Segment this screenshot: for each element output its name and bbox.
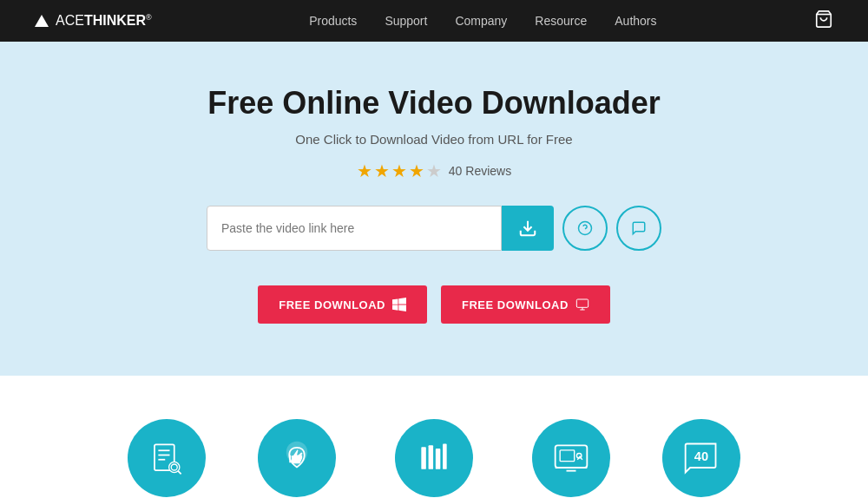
download-mac-label: FREE DOWNLOAD: [462, 298, 569, 311]
free-download-mac-button[interactable]: FREE DOWNLOAD: [441, 285, 610, 324]
nav-item-products[interactable]: Products: [309, 13, 357, 29]
brand-logo[interactable]: ACETHINKER®: [35, 13, 152, 29]
reviews-icon: 40: [662, 419, 740, 497]
brand-ace: ACE: [56, 13, 84, 28]
nav-link-support[interactable]: Support: [385, 14, 427, 28]
logo-triangle-icon: [35, 15, 49, 27]
svg-rect-21: [560, 450, 575, 462]
svg-rect-4: [576, 299, 588, 307]
screenshots-icon: [532, 419, 610, 497]
brand-trademark: ®: [146, 13, 152, 22]
nav-link-products[interactable]: Products: [309, 14, 357, 28]
star-2: ★: [374, 161, 390, 181]
free-download-windows-button[interactable]: FREE DOWNLOAD: [258, 285, 427, 324]
nav-link-company[interactable]: Company: [455, 14, 507, 28]
star-5: ★: [426, 161, 442, 181]
video-url-input[interactable]: [207, 206, 502, 251]
svg-rect-15: [429, 445, 434, 469]
download-buttons: FREE DOWNLOAD FREE DOWNLOAD: [17, 285, 851, 324]
features-icon: [258, 419, 336, 497]
svg-rect-14: [421, 447, 426, 469]
feature-knowledge-base[interactable]: Knowledge Base: [388, 419, 479, 498]
brand-thinker: THINKER: [84, 13, 146, 28]
question-circle-button[interactable]: [562, 206, 608, 251]
hero-subtitle: One Click to Download Video from URL for…: [17, 132, 851, 147]
chat-circle-button[interactable]: [616, 206, 661, 251]
svg-rect-16: [436, 449, 441, 469]
svg-line-13: [179, 471, 182, 475]
svg-text:40: 40: [694, 449, 707, 463]
star-rating: ★ ★ ★ ★ ★: [357, 161, 442, 181]
cart-icon[interactable]: [814, 10, 833, 33]
download-windows-label: FREE DOWNLOAD: [279, 298, 385, 311]
brand-name: ACETHINKER®: [56, 13, 152, 29]
review-count: 40 Reviews: [449, 164, 511, 178]
feature-reviews[interactable]: 40 Reviews: [662, 419, 740, 498]
feature-screenshots[interactable]: Screenshots: [532, 419, 610, 498]
star-1: ★: [357, 161, 372, 181]
nav-item-company[interactable]: Company: [455, 13, 507, 29]
download-url-button[interactable]: [502, 206, 554, 251]
svg-rect-17: [443, 444, 447, 469]
features-section: User Guide Features Knowledge: [0, 376, 868, 498]
nav-item-support[interactable]: Support: [385, 13, 427, 29]
knowledge-base-icon: [395, 419, 473, 497]
nav-item-resource[interactable]: Resource: [535, 13, 587, 29]
nav-link-authors[interactable]: Authors: [615, 14, 656, 28]
navbar: ACETHINKER® Products Support Company Res…: [0, 0, 868, 42]
hero-title: Free Online Video Downloader: [17, 85, 851, 121]
nav-item-authors[interactable]: Authors: [615, 13, 656, 29]
nav-menu: Products Support Company Resource Author…: [309, 13, 656, 29]
star-3: ★: [391, 161, 407, 181]
nav-link-resource[interactable]: Resource: [535, 14, 587, 28]
feature-user-guide[interactable]: User Guide: [128, 419, 206, 498]
hero-rating: ★ ★ ★ ★ ★ 40 Reviews: [17, 161, 851, 181]
hero-section: Free Online Video Downloader One Click t…: [0, 42, 868, 376]
user-guide-icon: [128, 419, 206, 497]
feature-features[interactable]: Features: [258, 419, 336, 498]
search-bar: [17, 206, 851, 251]
star-4: ★: [409, 161, 424, 181]
svg-point-11: [169, 462, 180, 472]
